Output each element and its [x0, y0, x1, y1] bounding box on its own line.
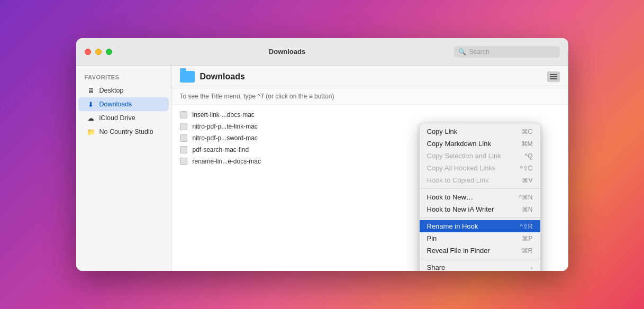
context-menu-copy-all-hooked[interactable]: Copy All Hooked Links ^⇧C [420, 162, 540, 174]
menu-item-shortcut: ⌘N [522, 206, 533, 213]
menu-item-shortcut: ⌘M [521, 140, 533, 148]
context-menu: Copy Link ⌘C Copy Markdown Link ⌘M Copy … [419, 123, 541, 271]
main-content: Favorites 🖥 Desktop ⬇ Downloads ☁ iCloud… [76, 66, 568, 271]
file-icon [180, 146, 187, 153]
menu-item-shortcut: ⌘R [522, 247, 533, 255]
hook-header: Downloads [171, 66, 568, 88]
window-title: Downloads [121, 48, 454, 56]
context-menu-pin[interactable]: Pin ⌘P [420, 232, 540, 244]
menu-item-shortcut: ⌘C [522, 128, 533, 135]
file-name: nitro-pdf-p...te-link-mac [193, 123, 258, 130]
file-icon [180, 111, 187, 119]
file-name: pdf-search-mac-find [193, 146, 249, 153]
menu-item-label: Copy Markdown Link [427, 140, 513, 148]
minimize-button[interactable] [95, 49, 102, 55]
file-name: nitro-pdf-p...sword-mac [193, 134, 258, 142]
context-menu-copy-markdown[interactable]: Copy Markdown Link ⌘M [420, 138, 540, 150]
menu-item-label: Hook to Copied Link [427, 176, 514, 184]
hook-hint: To see the Title menu, type ^T (or click… [171, 88, 568, 105]
search-icon: 🔍 [458, 48, 466, 56]
search-placeholder: Search [469, 48, 489, 56]
menu-separator [420, 188, 540, 189]
menu-item-shortcut: ⌘V [522, 177, 532, 184]
maximize-button[interactable] [106, 49, 112, 55]
finder-content: Downloads To see the Title menu, type ^T… [171, 66, 568, 271]
menu-separator [420, 217, 540, 218]
downloads-icon: ⬇ [87, 100, 95, 108]
context-menu-copy-link[interactable]: Copy Link ⌘C [420, 125, 540, 138]
sidebar-item-downloads[interactable]: ⬇ Downloads [78, 97, 169, 111]
sidebar-item-no-country[interactable]: 📁 No Country Studio [78, 125, 169, 139]
icloud-icon: ☁ [87, 114, 95, 122]
title-bar: Downloads 🔍 Search [76, 38, 568, 66]
file-icon [180, 123, 187, 130]
menu-separator [420, 259, 540, 259]
traffic-lights [85, 49, 112, 55]
menu-button[interactable] [547, 71, 560, 82]
sidebar-item-desktop[interactable]: 🖥 Desktop [78, 84, 169, 97]
file-item[interactable]: insert-link-...docs-mac [171, 109, 568, 121]
sidebar-label-icloud: iCloud Drive [99, 114, 135, 122]
file-icon [180, 134, 187, 142]
context-menu-rename-in-hook[interactable]: Rename in Hook ^⇧R [420, 220, 540, 232]
menu-item-label: Rename in Hook [427, 222, 512, 230]
finder-window: Downloads 🔍 Search Favorites 🖥 Desktop ⬇… [76, 38, 568, 271]
sidebar-label-desktop: Desktop [99, 87, 124, 94]
menu-item-label: Copy Link [427, 128, 513, 135]
menu-item-label: Hook to New iA Writer [427, 205, 513, 213]
folder-icon [180, 71, 195, 83]
sidebar: Favorites 🖥 Desktop ⬇ Downloads ☁ iCloud… [76, 66, 171, 271]
sidebar-section-favorites: Favorites [76, 72, 171, 84]
file-name: insert-link-...docs-mac [193, 111, 255, 119]
sidebar-item-icloud[interactable]: ☁ iCloud Drive [78, 111, 169, 125]
context-menu-hook-to-ia[interactable]: Hook to New iA Writer ⌘N [420, 203, 540, 215]
submenu-arrow-icon: › [531, 265, 533, 271]
close-button[interactable] [85, 49, 91, 55]
no-country-icon: 📁 [87, 128, 95, 136]
context-menu-hook-to-copied[interactable]: Hook to Copied Link ⌘V [420, 174, 540, 186]
file-name: rename-lin...e-docs-mac [193, 158, 261, 165]
menu-item-label: Share [427, 263, 531, 271]
desktop-icon: 🖥 [87, 86, 95, 95]
menu-item-shortcut: ^⌘N [519, 194, 532, 201]
sidebar-label-downloads: Downloads [99, 101, 132, 108]
menu-item-label: Copy Selection and Link [427, 152, 516, 160]
menu-item-label: Copy All Hooked Links [427, 164, 512, 172]
sidebar-label-no-country: No Country Studio [99, 128, 153, 135]
context-menu-copy-selection[interactable]: Copy Selection and Link ^Q [420, 150, 540, 162]
search-bar[interactable]: 🔍 Search [454, 46, 560, 58]
menu-item-label: Hook to New… [427, 193, 511, 201]
file-icon [180, 158, 187, 165]
context-menu-hook-to-new[interactable]: Hook to New… ^⌘N [420, 191, 540, 203]
menu-item-shortcut: ⌘P [522, 235, 532, 242]
menu-item-shortcut: ^⇧R [520, 223, 532, 230]
menu-item-label: Pin [427, 234, 514, 242]
menu-item-label: Reveal File in Finder [427, 247, 513, 255]
hook-panel-title: Downloads [200, 72, 245, 81]
context-menu-share[interactable]: Share › [420, 261, 540, 271]
context-menu-reveal-in-finder[interactable]: Reveal File in Finder ⌘R [420, 244, 540, 257]
menu-item-shortcut: ^⇧C [520, 165, 532, 172]
menu-item-shortcut: ^Q [525, 152, 533, 160]
